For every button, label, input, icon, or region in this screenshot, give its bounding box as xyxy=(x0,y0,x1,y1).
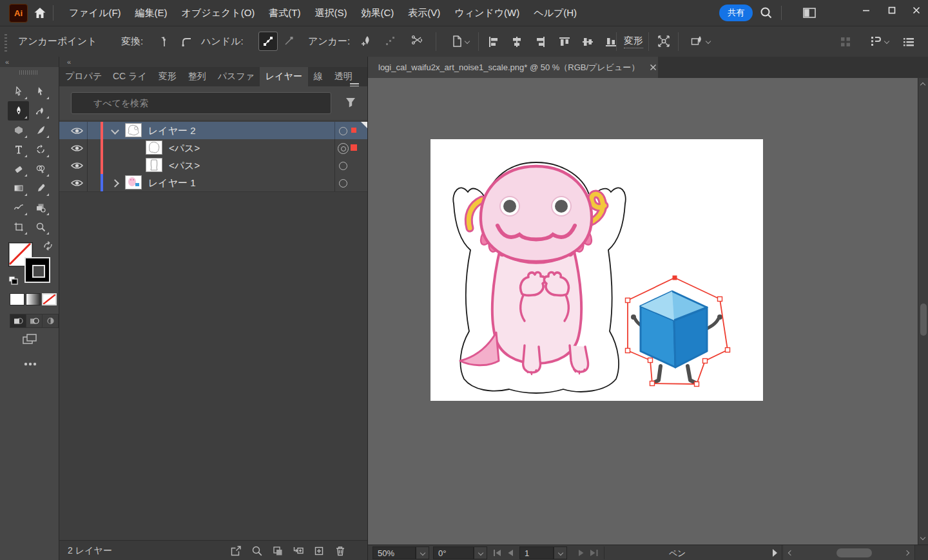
rotate-tool[interactable] xyxy=(30,140,51,159)
artboard[interactable] xyxy=(430,139,763,401)
layer-thumbnail[interactable] xyxy=(146,158,162,172)
selection-tool[interactable] xyxy=(8,82,29,101)
width-tool[interactable] xyxy=(8,198,29,217)
curvature-tool[interactable] xyxy=(30,101,51,121)
axolotl-sticker[interactable] xyxy=(453,162,625,393)
last-artboard-icon[interactable] xyxy=(590,550,599,556)
cube-character[interactable] xyxy=(631,291,722,383)
vertical-scroll-thumb[interactable] xyxy=(920,304,927,336)
first-artboard-icon[interactable] xyxy=(493,550,502,556)
layer-row-path2[interactable]: <パス> xyxy=(59,157,367,175)
document-setup-icon[interactable] xyxy=(446,32,474,50)
tab-pathfinder[interactable]: パスファ xyxy=(212,67,260,86)
swap-fill-stroke-icon[interactable] xyxy=(43,241,54,251)
align-vcenter-icon[interactable] xyxy=(579,33,597,51)
layer-thumbnail[interactable] xyxy=(146,140,162,155)
tab-transform[interactable]: 変形 xyxy=(153,67,182,86)
selection-indicator[interactable] xyxy=(351,128,356,133)
menu-object[interactable]: オブジェクト(O) xyxy=(175,0,262,26)
selection-indicator[interactable] xyxy=(351,144,357,151)
share-button[interactable]: 共有 xyxy=(719,5,753,21)
symbols-tool[interactable] xyxy=(30,198,51,217)
controlbar-drag-handle[interactable] xyxy=(5,32,7,52)
none-swatch-button[interactable] xyxy=(42,293,57,305)
expand-chevron-icon[interactable] xyxy=(111,126,119,135)
draw-inside-mode[interactable] xyxy=(42,314,59,328)
target-circle-icon[interactable] xyxy=(339,162,347,170)
menu-window[interactable]: ウィンドウ(W) xyxy=(447,0,527,26)
align-bottom-icon[interactable] xyxy=(602,33,620,51)
rotation-dropdown[interactable] xyxy=(474,546,487,559)
layer-row-layer1[interactable]: レイヤー 1 xyxy=(59,174,367,192)
align-top-icon[interactable] xyxy=(556,33,574,51)
layer-row-path1[interactable]: <パス> xyxy=(59,139,367,157)
zoom-tool[interactable] xyxy=(30,217,51,237)
cut-path-icon[interactable] xyxy=(409,32,427,50)
workspace-list-icon[interactable] xyxy=(900,33,918,51)
isolate-selection-icon[interactable] xyxy=(655,32,673,50)
artboard-dropdown[interactable] xyxy=(554,546,567,559)
layer-thumbnail[interactable] xyxy=(125,175,142,189)
tab-properties[interactable]: プロパテ xyxy=(59,67,107,86)
gradient-tool[interactable] xyxy=(8,179,29,198)
remove-anchor-icon[interactable] xyxy=(382,32,400,50)
zoom-level-box[interactable]: 50% xyxy=(372,546,416,559)
close-button[interactable] xyxy=(904,0,928,21)
edit-toolbar-icon[interactable] xyxy=(23,362,37,366)
align-hcenter-icon[interactable] xyxy=(508,33,526,51)
artboard-tool[interactable] xyxy=(8,217,29,237)
new-layer-icon[interactable] xyxy=(313,545,325,557)
document-tab[interactable]: logi_cal_waifu2x_art_noise1_scale.png* @… xyxy=(368,57,658,78)
tab-layers[interactable]: レイヤー xyxy=(260,67,308,86)
pen-tool[interactable] xyxy=(8,101,29,121)
document-close-icon[interactable] xyxy=(650,64,657,71)
convert-to-smooth-icon[interactable] xyxy=(178,33,196,51)
artboard-number-box[interactable]: 1 xyxy=(519,546,554,559)
shape-tool[interactable] xyxy=(8,121,29,140)
layer-name[interactable]: レイヤー 2 xyxy=(148,122,196,139)
tools-collapse-button[interactable]: « xyxy=(0,57,59,67)
color-swatch-button[interactable] xyxy=(10,293,24,305)
horizontal-scrollbar[interactable] xyxy=(784,545,914,560)
horizontal-scroll-thumb[interactable] xyxy=(836,548,872,557)
convert-to-corner-icon[interactable] xyxy=(155,33,173,51)
menu-help[interactable]: ヘルプ(H) xyxy=(527,0,584,26)
default-fill-stroke-icon[interactable] xyxy=(8,276,19,285)
menu-file[interactable]: ファイル(F) xyxy=(62,0,128,26)
eraser-tool[interactable] xyxy=(8,159,29,179)
make-clip-mask-icon[interactable] xyxy=(271,545,284,557)
visibility-eye-icon[interactable] xyxy=(71,162,83,169)
canvas-pasteboard[interactable] xyxy=(368,78,918,545)
maximize-button[interactable] xyxy=(879,0,905,21)
layer-name[interactable]: <パス> xyxy=(169,157,200,174)
expand-panel-icon[interactable] xyxy=(772,549,778,557)
paintbrush-tool[interactable] xyxy=(30,121,51,140)
scroll-down-icon[interactable] xyxy=(920,535,925,540)
type-tool[interactable] xyxy=(8,140,29,159)
zoom-dropdown[interactable] xyxy=(416,546,429,559)
locate-object-icon[interactable] xyxy=(251,545,264,557)
menu-type[interactable]: 書式(T) xyxy=(262,0,307,26)
minimize-button[interactable] xyxy=(853,0,879,21)
eyedropper-tool[interactable] xyxy=(30,179,51,198)
layer-name[interactable]: <パス> xyxy=(169,139,200,157)
app-logo[interactable]: Ai xyxy=(9,4,28,23)
menu-select[interactable]: 選択(S) xyxy=(308,0,354,26)
touch-bar-grid-icon[interactable] xyxy=(836,33,855,51)
collect-for-export-icon[interactable] xyxy=(229,545,242,557)
scroll-right-icon[interactable] xyxy=(904,550,909,555)
hide-handles-icon[interactable] xyxy=(280,32,298,50)
prev-artboard-icon[interactable] xyxy=(507,550,514,556)
transform-link[interactable]: 変形 xyxy=(624,35,643,48)
gradient-swatch-button[interactable] xyxy=(26,293,41,305)
stroke-color-swatch[interactable] xyxy=(24,257,50,283)
show-handles-icon[interactable] xyxy=(259,32,277,50)
vertical-scrollbar[interactable] xyxy=(918,78,928,545)
target-circle-icon[interactable] xyxy=(339,127,347,135)
menu-view[interactable]: 表示(V) xyxy=(401,0,447,26)
new-sublayer-icon[interactable] xyxy=(292,545,305,557)
draw-behind-mode[interactable] xyxy=(26,314,43,328)
visibility-eye-icon[interactable] xyxy=(71,144,83,152)
draw-mode-icon[interactable] xyxy=(684,32,715,50)
layer-thumbnail[interactable] xyxy=(125,123,142,137)
